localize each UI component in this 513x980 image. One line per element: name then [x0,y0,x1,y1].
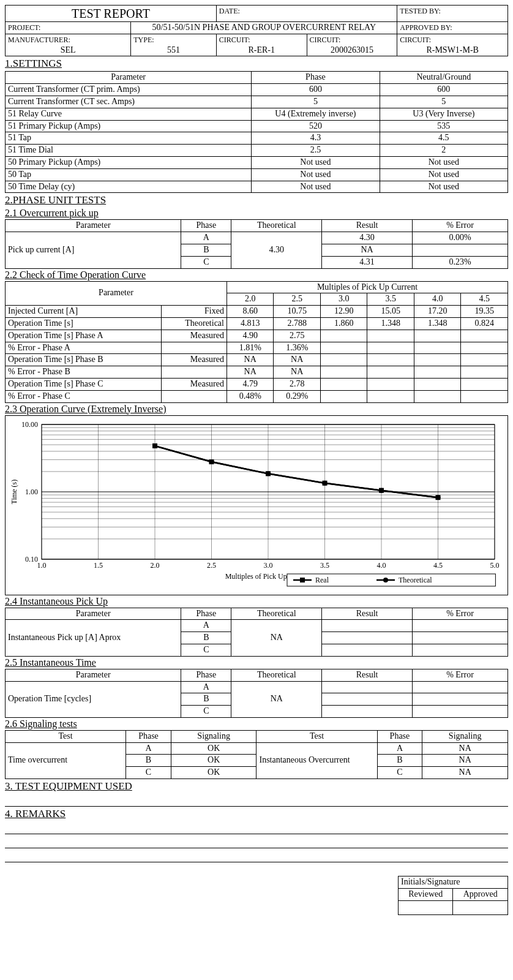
cell: 4.5 [380,132,507,145]
cell: 0.824 [461,317,508,330]
param: % Error - Phase B [6,366,162,379]
svg-text:4.5: 4.5 [433,561,443,570]
svg-text:10.00: 10.00 [21,420,38,429]
col-hdr: Neutral/Ground [380,72,507,84]
cell [367,354,414,366]
circ1-value: R-ER-1 [219,45,304,56]
svg-text:5.0: 5.0 [490,561,500,570]
cell: Not used [380,168,507,181]
phase: C [181,644,231,656]
svg-text:Time (s): Time (s) [10,479,18,504]
phase: A [377,742,422,755]
err [412,644,507,656]
section-3-title: 3. TEST EQUIPMENT USED [5,780,508,793]
sig: NA [422,755,508,767]
sig: OK [171,755,256,767]
result: 4.30 [322,232,413,244]
col-hdr: Parameter [6,608,181,620]
mult-hdr: Multiples of Pick Up Current [227,281,507,293]
cell: 1.860 [320,317,367,330]
cell: 4.90 [227,330,274,342]
col-hdr: Theoretical [231,220,322,232]
col-hdr: Phase [181,608,231,620]
project-label: PROJECT: [8,23,40,32]
cell [367,378,414,390]
circ2-label: CIRCUIT: [310,36,341,44]
phase: C [377,767,422,779]
cell [320,366,367,379]
type: Measured [162,354,227,366]
col-hdr: Result [322,220,413,232]
col-hdr: Parameter [6,220,181,232]
col-hdr: % Error [412,220,507,232]
cell [414,354,461,366]
type: Theoretical [162,317,227,330]
cell: Current Transformer (CT sec. Amps) [6,96,252,108]
type-value: 551 [133,45,214,56]
mfr-value: SEL [8,45,128,56]
test: Time overcurrent [6,742,126,778]
svg-text:3.5: 3.5 [320,561,329,570]
sig: OK [171,742,256,755]
sig: OK [171,767,256,779]
cell: 50 Primary Pickup (Amps) [6,156,252,168]
cell: U4 (Extremely inverse) [252,108,380,120]
svg-point-47 [152,443,157,448]
cell [320,330,367,342]
cell: Not used [252,156,380,168]
phase: C [181,256,231,268]
cell: 2 [380,145,507,157]
param: Operation Time [s] Phase C [6,378,162,390]
cell: 51 Time Dial [6,145,252,157]
col-hdr: Theoretical [231,608,322,620]
mult: 2.5 [274,293,321,306]
type: Measured [162,378,227,390]
theo: NA [231,681,322,717]
cell [461,330,508,342]
signaling-table: TestPhaseSignalingTestPhaseSignalingTime… [5,730,508,779]
cell: 5 [252,96,380,108]
cell: 2.78 [274,378,321,390]
cell: U3 (Very Inverse) [380,108,507,120]
cell: Not used [252,168,380,181]
phase: B [126,755,171,767]
svg-text:1.00: 1.00 [25,488,38,496]
mult: 4.0 [414,293,461,306]
cell: Not used [380,181,507,193]
settings-table: ParameterPhaseNeutral/GroundCurrent Tran… [5,71,508,193]
cell: 51 Tap [6,132,252,145]
blank-line [5,852,508,862]
col-hdr: Phase [181,669,231,681]
col-hdr: Phase [126,730,171,742]
err: 0.23% [412,256,507,268]
svg-point-48 [209,459,214,464]
section-21-title: 2.1 Overcurrent pick up [5,208,508,219]
type: Fixed [162,306,227,318]
project-value: 50/51-50/51N PHASE AND GROUP OVERCURRENT… [131,22,397,34]
result [322,681,413,693]
sig-title: Initials/Signature [399,876,508,889]
cell: Current Transformer (CT prim. Amps) [6,84,252,96]
col-hdr: Parameter [6,669,181,681]
mult: 3.5 [367,293,414,306]
result: NA [322,244,413,256]
cell [461,366,508,379]
type [162,342,227,354]
svg-point-52 [436,495,441,500]
cell: 5 [380,96,507,108]
phase: C [181,706,231,718]
svg-text:2.5: 2.5 [207,561,216,570]
cell: 50 Time Delay (cy) [6,181,252,193]
svg-text:4.0: 4.0 [377,561,386,570]
cell: 535 [380,120,507,132]
col-hdr: Signaling [422,730,508,742]
cell [461,354,508,366]
cell: 600 [252,84,380,96]
cell: NA [274,366,321,379]
date-label: DATE: [219,7,240,15]
section-24-title: 2.4 Instantaneous Pick Up [5,596,508,607]
cell: 15.05 [367,306,414,318]
mfr-label: MANUFACTURER: [8,36,70,44]
section-26-title: 2.6 Signaling tests [5,718,508,729]
err [412,632,507,644]
